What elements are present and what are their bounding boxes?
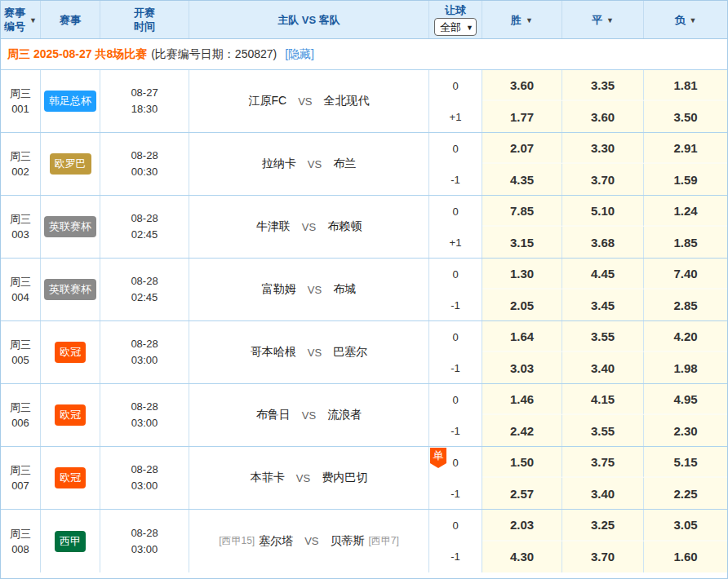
competition-badge[interactable]: 英联赛杯: [44, 216, 96, 237]
teams-cell: 哥本哈根 VS 巴塞尔: [189, 321, 429, 383]
odds-draw[interactable]: 3.25: [562, 510, 644, 541]
away-rank: [西甲7]: [369, 534, 399, 548]
odds-win[interactable]: 2.42: [482, 415, 562, 446]
header-competition: 赛事: [41, 1, 100, 38]
match-day: 周三: [10, 526, 31, 541]
competition-badge[interactable]: 欧冠: [55, 404, 86, 426]
match-time: 08-28 03:00: [100, 384, 189, 446]
odds-lose[interactable]: 1.81: [644, 70, 727, 101]
odds-draw[interactable]: 3.40: [562, 352, 644, 383]
competition-badge[interactable]: 欧罗巴: [50, 153, 91, 175]
match-no: 003: [11, 227, 29, 242]
match-row: 周三 007 欧冠 08-28 03:00 本菲卡 VS 费内巴切 单0 1.5…: [1, 447, 727, 510]
odds-draw[interactable]: 3.60: [562, 101, 644, 132]
handicap-filter-select[interactable]: 全部: [434, 18, 477, 36]
handicap-value: -1: [429, 415, 482, 446]
match-day: 周三: [10, 211, 31, 227]
match-date: 08-28: [131, 273, 158, 290]
odds-draw[interactable]: 3.45: [562, 290, 644, 320]
odds-lose[interactable]: 7.40: [644, 259, 727, 290]
vs-label: VS: [308, 347, 322, 359]
odds-draw[interactable]: 3.75: [562, 447, 644, 478]
header-match-no[interactable]: 赛事 编号 ▼: [1, 1, 41, 38]
competition-badge[interactable]: 英联赛杯: [44, 279, 96, 300]
competition-badge[interactable]: 西甲: [55, 531, 86, 552]
sort-arrow-icon: ▼: [526, 14, 533, 28]
odds-win[interactable]: 1.30: [482, 259, 562, 290]
odds-draw[interactable]: 4.15: [562, 384, 644, 415]
odds-grid: 0 1.30 4.45 7.40 -1 2.05 3.45 2.85: [429, 259, 727, 320]
odds-lose[interactable]: 2.91: [644, 133, 727, 164]
home-team: 富勒姆: [262, 282, 296, 297]
odds-draw[interactable]: 3.40: [562, 478, 644, 509]
odds-draw[interactable]: 3.30: [562, 133, 644, 164]
odds-win[interactable]: 7.85: [482, 196, 562, 227]
home-team: 塞尔塔: [259, 534, 293, 549]
odds-draw[interactable]: 5.10: [562, 196, 644, 227]
odds-grid: 0 3.60 3.35 1.81 +1 1.77 3.60 3.50: [429, 70, 727, 132]
kickoff-time: 03:00: [131, 415, 158, 431]
odds-lose[interactable]: 3.05: [644, 510, 727, 541]
competition-badge[interactable]: 欧冠: [55, 467, 86, 488]
odds-draw[interactable]: 3.70: [562, 541, 644, 573]
odds-lose[interactable]: 1.98: [644, 352, 727, 383]
kickoff-time: 02:45: [131, 227, 158, 243]
match-day: 周三: [10, 400, 31, 415]
odds-draw[interactable]: 3.55: [562, 321, 644, 352]
odds-win[interactable]: 2.07: [482, 133, 562, 164]
odds-win[interactable]: 2.05: [482, 290, 562, 320]
odds-lose[interactable]: 1.60: [644, 541, 727, 573]
hide-link[interactable]: [隐藏]: [285, 47, 314, 62]
header-draw[interactable]: 平 ▼: [562, 1, 644, 38]
match-date: 08-28: [131, 210, 158, 227]
odds-lose[interactable]: 1.24: [644, 196, 727, 227]
teams-cell: 富勒姆 VS 布城: [189, 259, 429, 320]
odds-draw[interactable]: 3.68: [562, 227, 644, 258]
sort-arrow-icon: ▼: [29, 14, 37, 28]
header-win[interactable]: 胜 ▼: [482, 1, 562, 38]
odds-win[interactable]: 3.03: [482, 352, 562, 383]
odds-lose[interactable]: 2.30: [644, 415, 727, 446]
match-date: 08-28: [131, 399, 158, 415]
odds-draw[interactable]: 3.55: [562, 415, 644, 446]
handicap-value: 0: [429, 259, 482, 290]
odds-draw[interactable]: 4.45: [562, 259, 644, 290]
odds-lose[interactable]: 1.85: [644, 227, 727, 258]
odds-win[interactable]: 1.77: [482, 101, 562, 132]
odds-lose[interactable]: 1.59: [644, 164, 727, 195]
header-time: 开赛 时间: [100, 1, 189, 38]
odds-lose[interactable]: 4.95: [644, 384, 727, 415]
vs-label: VS: [304, 535, 318, 547]
vs-label: VS: [302, 221, 316, 233]
odds-lose[interactable]: 2.25: [644, 478, 727, 509]
odds-win[interactable]: 1.64: [482, 321, 562, 352]
odds-win[interactable]: 2.57: [482, 478, 562, 509]
header-lose[interactable]: 负 ▼: [644, 1, 727, 38]
odds-lose[interactable]: 4.20: [644, 321, 727, 352]
match-number: 周三 006: [1, 384, 41, 446]
odds-lose[interactable]: 2.85: [644, 290, 727, 320]
odds-win[interactable]: 3.60: [482, 70, 562, 101]
home-team: 牛津联: [256, 219, 291, 234]
away-team: 布城: [333, 282, 356, 297]
odds-draw[interactable]: 3.35: [562, 70, 644, 101]
odds-win[interactable]: 4.35: [482, 164, 562, 195]
header-teams-label: 主队 VS 客队: [277, 13, 340, 27]
odds-win[interactable]: 1.50: [482, 447, 562, 478]
match-date: 08-28: [131, 462, 158, 478]
match-row: 周三 003 英联赛杯 08-28 02:45 牛津联 VS 布赖顿 0 7.8…: [1, 196, 727, 259]
odds-win[interactable]: 3.15: [482, 227, 562, 258]
match-time: 08-28 00:30: [100, 133, 189, 195]
odds-draw[interactable]: 3.70: [562, 164, 644, 195]
odds-win[interactable]: 1.46: [482, 384, 562, 415]
match-id-date: (比赛编号日期：250827): [151, 47, 277, 62]
odds-lose[interactable]: 3.50: [644, 101, 727, 132]
match-day: 周三: [10, 337, 31, 352]
odds-win[interactable]: 2.03: [482, 510, 562, 541]
competition-cell: 韩足总杯: [41, 70, 100, 132]
header-handicap-label: 让球: [445, 3, 466, 17]
competition-badge[interactable]: 韩足总杯: [44, 91, 96, 112]
competition-badge[interactable]: 欧冠: [55, 342, 86, 363]
odds-lose[interactable]: 5.15: [644, 447, 727, 478]
odds-win[interactable]: 4.30: [482, 541, 562, 573]
